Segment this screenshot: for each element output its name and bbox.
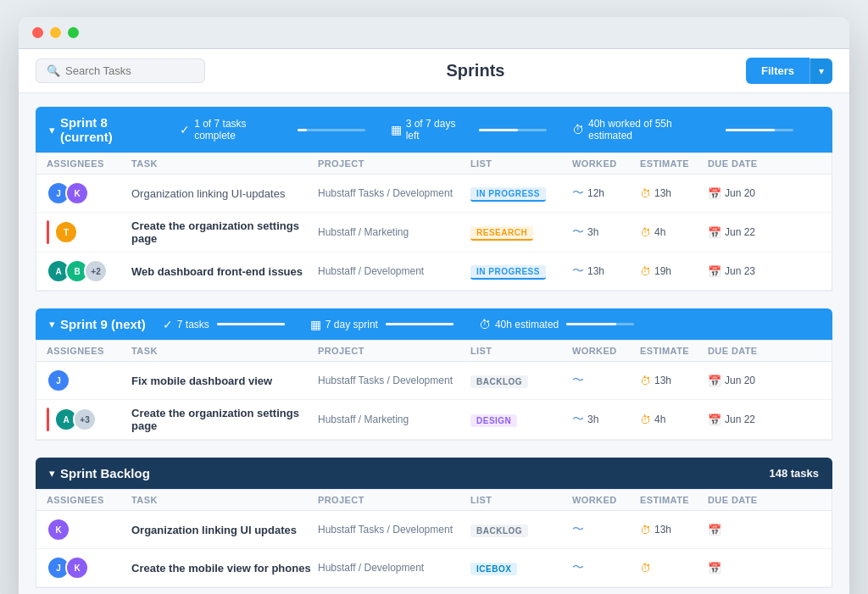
estimate-cell: ⏱13h bbox=[640, 524, 708, 536]
list-badge: DESIGN bbox=[470, 414, 517, 427]
estimate-cell: ⏱19h bbox=[640, 265, 708, 278]
maximize-button[interactable] bbox=[68, 27, 79, 38]
table-row[interactable]: JKOrganization linking UI-updatesHubstaf… bbox=[36, 175, 832, 213]
calendar-icon: 📅 bbox=[708, 187, 721, 200]
table-row[interactable]: KOrganization linking UI updatesHubstaff… bbox=[36, 511, 832, 549]
worked-cell: 〜13h bbox=[572, 264, 640, 279]
filter-chevron-button[interactable]: ▾ bbox=[810, 58, 832, 84]
sprint-stat-icon-1-1: ▦ bbox=[310, 318, 321, 331]
due-date-cell: 📅Jun 20 bbox=[708, 187, 776, 200]
toolbar: 🔍 Sprints Filters ▾ bbox=[19, 49, 849, 93]
sprint-toggle-sprint9[interactable]: ▾ bbox=[49, 318, 55, 330]
list-cell: DESIGN bbox=[470, 412, 572, 427]
sprint-stat-icon-1-0: ✓ bbox=[163, 318, 173, 331]
sprint-stat-text-1-1: 7 day sprint bbox=[326, 319, 378, 330]
sprint-stat-icon-0-0: ✓ bbox=[180, 123, 190, 136]
sprint-toggle-backlog[interactable]: ▾ bbox=[49, 467, 55, 480]
estimate-value: 4h bbox=[654, 414, 665, 425]
table-column-header: Project bbox=[318, 495, 470, 505]
filter-button[interactable]: Filters bbox=[746, 58, 810, 84]
project-name: Hubstaff / Development bbox=[318, 265, 470, 277]
sprint-name-backlog: Sprint Backlog bbox=[60, 466, 150, 480]
worked-cell: 〜3h bbox=[572, 225, 640, 240]
due-date-cell: 📅Jun 20 bbox=[708, 375, 776, 387]
sprint-backlog-count: 148 tasks bbox=[769, 467, 819, 480]
clock-icon: ⏱ bbox=[640, 524, 651, 536]
close-button[interactable] bbox=[32, 27, 43, 38]
list-badge: IN PROGRESS bbox=[470, 265, 546, 280]
task-name[interactable]: Fix mobile dashboard view bbox=[131, 375, 318, 387]
task-name[interactable]: Create the mobile view for phones bbox=[131, 562, 318, 575]
list-cell: BACKLOG bbox=[470, 373, 572, 388]
sprint-stat-bar-0-0 bbox=[298, 129, 365, 131]
activity-icon: 〜 bbox=[572, 412, 584, 427]
table-column-header: Worked bbox=[572, 346, 640, 356]
sprint-stat-text-0-0: 1 of 7 tasks complete bbox=[194, 118, 290, 142]
sprint-toggle-sprint8[interactable]: ▾ bbox=[49, 124, 55, 136]
assignees-cell: JK bbox=[47, 556, 131, 580]
task-name[interactable]: Organization linking UI updates bbox=[131, 524, 318, 536]
sprint-stat-0-0: ✓ 1 of 7 tasks complete bbox=[180, 118, 364, 142]
list-badge: BACKLOG bbox=[470, 525, 528, 537]
sprint-stat-bar-fill-1-0 bbox=[217, 323, 285, 325]
list-badge: BACKLOG bbox=[470, 375, 528, 388]
table-column-header: Estimate bbox=[640, 158, 708, 169]
task-name[interactable]: Web dashboard front-end issues bbox=[131, 265, 318, 278]
clock-icon: ⏱ bbox=[640, 562, 651, 575]
list-badge: ICEBOX bbox=[470, 563, 517, 575]
task-name[interactable]: Create the organization settings page bbox=[131, 407, 318, 432]
clock-icon: ⏱ bbox=[640, 265, 651, 278]
estimate-cell: ⏱4h bbox=[640, 414, 708, 426]
sprint-stat-bar-fill-0-2 bbox=[726, 129, 775, 131]
list-cell: BACKLOG bbox=[470, 522, 572, 537]
table-column-header: Project bbox=[318, 158, 470, 169]
sprint-stat-bar-1-0 bbox=[217, 323, 285, 325]
sprint-stat-1-0: ✓ 7 tasks bbox=[163, 318, 285, 331]
sprint-stat-bar-fill-0-0 bbox=[298, 129, 307, 131]
calendar-icon: 📅 bbox=[708, 265, 721, 278]
avatar: K bbox=[65, 181, 89, 205]
minimize-button[interactable] bbox=[50, 27, 61, 38]
calendar-icon: 📅 bbox=[708, 524, 721, 536]
worked-cell: 〜3h bbox=[572, 412, 640, 427]
assignees-cell: T bbox=[47, 220, 131, 244]
activity-icon: 〜 bbox=[572, 522, 584, 537]
project-name: Hubstaff / Development bbox=[318, 562, 470, 574]
list-cell: RESEARCH bbox=[470, 224, 572, 241]
calendar-icon: 📅 bbox=[708, 562, 721, 575]
due-date-cell: 📅Jun 23 bbox=[708, 265, 776, 278]
sprint-stat-bar-fill-1-2 bbox=[566, 323, 615, 325]
table-row[interactable]: A+3Create the organization settings page… bbox=[36, 400, 832, 440]
calendar-icon: 📅 bbox=[708, 414, 721, 426]
worked-value: 12h bbox=[587, 187, 604, 199]
search-input[interactable] bbox=[65, 64, 194, 77]
project-name: Hubstaff Tasks / Development bbox=[318, 187, 470, 199]
sprint-stat-text-0-1: 3 of 7 days left bbox=[406, 118, 472, 142]
task-name[interactable]: Create the organization settings page bbox=[131, 219, 318, 245]
search-box[interactable]: 🔍 bbox=[36, 58, 205, 83]
sprint-stat-icon-1-2: ⏱ bbox=[479, 318, 491, 331]
table-row[interactable]: AB+2Web dashboard front-end issuesHubsta… bbox=[36, 253, 832, 291]
worked-cell: 〜12h bbox=[572, 186, 640, 201]
sprint-stat-bar-1-1 bbox=[386, 323, 453, 325]
sprint-stat-0-2: ⏱ 40h worked of 55h estimated bbox=[572, 118, 793, 142]
avatar: K bbox=[65, 556, 89, 580]
table-row[interactable]: TCreate the organization settings pageHu… bbox=[36, 213, 832, 253]
calendar-icon: 📅 bbox=[708, 375, 721, 387]
project-name: Hubstaff / Marketing bbox=[318, 414, 470, 425]
table-row[interactable]: JKCreate the mobile view for phonesHubst… bbox=[36, 549, 832, 587]
assignees-cell: JK bbox=[47, 181, 131, 205]
sprint-stat-1-2: ⏱ 40h estimated bbox=[479, 318, 634, 331]
due-date-cell: 📅Jun 22 bbox=[708, 414, 776, 426]
table-column-header: Worked bbox=[572, 495, 640, 505]
table-column-header: List bbox=[470, 158, 572, 169]
table-column-header: Estimate bbox=[640, 346, 708, 356]
clock-icon: ⏱ bbox=[640, 187, 651, 200]
table-column-header: Assignees bbox=[47, 346, 131, 356]
activity-icon: 〜 bbox=[572, 225, 584, 240]
table-row[interactable]: JFix mobile dashboard viewHubstaff Tasks… bbox=[36, 362, 832, 400]
avatar-plus: +2 bbox=[84, 259, 108, 283]
assignees-cell: A+3 bbox=[47, 408, 131, 431]
task-name[interactable]: Organization linking UI-updates bbox=[131, 187, 318, 200]
sprint-stat-1-1: ▦ 7 day sprint bbox=[310, 318, 453, 331]
